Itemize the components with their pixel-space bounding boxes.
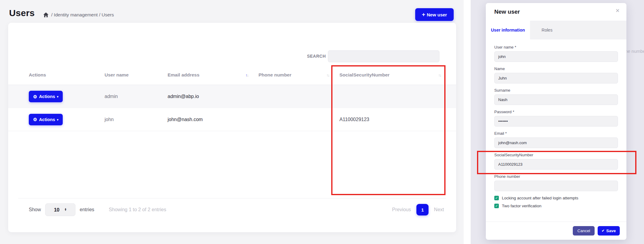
tab-roles[interactable]: Roles [530, 21, 564, 39]
check-icon: ✔ [602, 229, 604, 233]
field-email: Email * [494, 131, 618, 148]
save-button-label: Save [606, 229, 616, 233]
gear-icon: ⚙ [33, 117, 37, 122]
gear-icon: ⚙ [33, 94, 37, 99]
cell-email: john@nash.com [168, 117, 259, 122]
entries-summary: Showing 1 to 2 of 2 entries [109, 207, 166, 212]
lockout-checkbox-row: ✓ Locking account after failed login att… [494, 196, 618, 200]
password-input[interactable] [494, 116, 618, 127]
column-header-user-name: User name [105, 72, 168, 78]
field-password: Password * [494, 110, 618, 127]
sort-icon-ssn[interactable]: ↑↓ [438, 73, 441, 77]
current-page-button[interactable]: 1 [416, 204, 429, 215]
actions-dropdown-button[interactable]: ⚙ Actions ▾ [29, 91, 63, 102]
actions-dropdown-button[interactable]: ⚙ Actions ▾ [29, 114, 63, 125]
cell-user-name: admin [105, 94, 168, 99]
surname-input[interactable] [494, 94, 618, 105]
modal-tabbar: User information Roles [486, 21, 626, 39]
close-icon[interactable]: ✕ [616, 8, 620, 14]
table-bottom-divider [18, 198, 446, 198]
column-header-actions: Actions [29, 72, 105, 78]
new-user-button[interactable]: + New user [415, 8, 454, 21]
plus-icon: + [422, 12, 425, 17]
modal-body: User name * Name Surname Password * Emai… [486, 39, 626, 208]
caret-down-icon: ▾ [57, 95, 58, 98]
page-size-select[interactable]: 10 ▲▼ [45, 203, 75, 216]
screen: Users / Identity management / Users + Ne… [0, 0, 644, 244]
two-factor-checkbox-label: Two factor verification [502, 204, 542, 208]
name-label: Name [494, 66, 618, 71]
users-card: SEARCH Actions User name Email address ↑… [8, 23, 456, 232]
email-label: Email * [494, 131, 618, 136]
modal-header: New user ✕ [486, 3, 626, 21]
home-icon[interactable] [43, 12, 48, 17]
name-input[interactable] [494, 73, 618, 83]
users-page: Users / Identity management / Users + Ne… [0, 0, 464, 244]
screenshot-divider [464, 0, 471, 244]
field-name: Name [494, 66, 618, 83]
entries-label: entries [80, 207, 94, 212]
surname-label: Surname [494, 88, 618, 93]
new-user-modal: New user ✕ User information Roles User n… [486, 3, 626, 240]
ssn-input[interactable] [494, 159, 618, 170]
sort-icon-email[interactable]: ↑↓ [245, 73, 248, 77]
page-size-value: 10 [54, 207, 59, 213]
two-factor-checkbox-row: ✓ Two factor verification [494, 204, 618, 208]
show-label: Show [29, 207, 41, 212]
page-title: Users [9, 8, 35, 18]
stepper-icon: ▲▼ [64, 208, 67, 211]
field-phone: Phone number [494, 174, 618, 191]
cell-email: admin@abp.io [168, 94, 259, 99]
new-user-button-label: New user [427, 12, 447, 17]
search-input[interactable] [328, 50, 439, 62]
previous-page-button[interactable]: Previous [392, 207, 411, 212]
password-label: Password * [494, 110, 618, 114]
table-header: Actions User name Email address ↑↓ Phone… [8, 65, 456, 85]
field-surname: Surname [494, 88, 618, 105]
checkbox-checked-icon[interactable]: ✓ [494, 204, 499, 208]
ssn-label: SocialSecurityNumber [494, 153, 618, 157]
column-header-phone: Phone number ↑↓ [259, 72, 339, 78]
lockout-checkbox-label: Locking account after failed login attem… [502, 196, 578, 200]
caret-down-icon: ▾ [57, 118, 58, 121]
email-input[interactable] [494, 137, 618, 148]
sort-icon-phone[interactable]: ↑↓ [326, 73, 329, 77]
checkbox-checked-icon[interactable]: ✓ [494, 196, 499, 200]
column-header-ssn: SocialSecurityNumber ↑↓ [339, 72, 444, 78]
pagination-bar: Show 10 ▲▼ entries Showing 1 to 2 of 2 e… [29, 203, 444, 216]
breadcrumb-path: / Identity management / Users [51, 12, 114, 18]
cell-ssn: A1100029123 [339, 117, 444, 122]
modal-title: New user [494, 8, 520, 15]
column-header-email: Email address ↑↓ [168, 72, 259, 78]
field-user-name: User name * [494, 45, 618, 62]
cancel-button[interactable]: Cancel [573, 226, 595, 236]
next-page-button[interactable]: Next [434, 207, 444, 212]
phone-input[interactable] [494, 181, 618, 191]
user-name-label: User name * [494, 45, 618, 49]
save-button[interactable]: ✔ Save [598, 226, 620, 236]
search-label: SEARCH [293, 54, 326, 59]
table-row: ⚙ Actions ▾ john john@nash.com A11000291… [8, 108, 456, 131]
breadcrumb: / Identity management / Users [43, 12, 114, 18]
field-ssn: SocialSecurityNumber [494, 153, 618, 170]
tab-user-information[interactable]: User information [486, 21, 530, 39]
table-row: ⚙ Actions ▾ admin admin@abp.io [8, 85, 456, 108]
modal-footer: Cancel ✔ Save [486, 222, 626, 240]
user-name-input[interactable] [494, 51, 618, 62]
phone-label: Phone number [494, 174, 618, 179]
cell-user-name: john [105, 117, 168, 122]
background-text-fragment: ne number [625, 49, 644, 54]
